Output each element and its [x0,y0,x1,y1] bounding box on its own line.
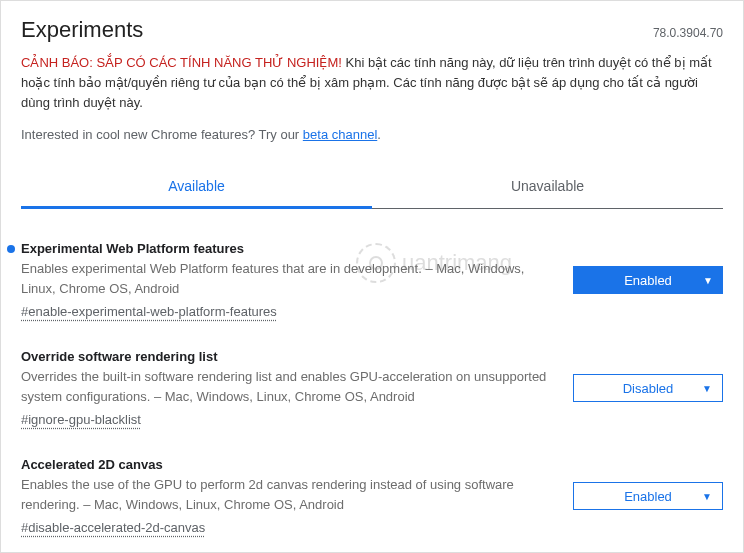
flag-hash-link[interactable]: #enable-experimental-web-platform-featur… [21,304,277,319]
flag-title: Experimental Web Platform features [21,241,557,256]
flag-item: Accelerated 2D canvas Enables the use of… [21,457,723,553]
warning-bold: CẢNH BÁO: SẮP CÓ CÁC TÍNH NĂNG THỬ NGHIỆ… [21,55,342,70]
flag-state-label: Enabled [624,273,672,288]
chevron-down-icon: ▼ [703,275,713,286]
flags-list: Experimental Web Platform features Enabl… [21,241,723,553]
chevron-down-icon: ▼ [702,491,712,502]
flag-item: Experimental Web Platform features Enabl… [21,241,723,349]
flag-description: Enables the use of the GPU to perform 2d… [21,475,557,514]
page-title: Experiments [21,17,143,43]
interested-suffix: . [377,127,381,142]
chevron-down-icon: ▼ [702,383,712,394]
flag-control: Enabled ▼ [573,266,723,294]
warning-text: CẢNH BÁO: SẮP CÓ CÁC TÍNH NĂNG THỬ NGHIỆ… [21,53,723,113]
interested-text: Interested in cool new Chrome features? … [21,127,723,142]
flag-state-select[interactable]: Enabled ▼ [573,482,723,510]
flag-control: Disabled ▼ [573,374,723,402]
interested-prefix: Interested in cool new Chrome features? … [21,127,303,142]
flag-main: Experimental Web Platform features Enabl… [21,241,557,319]
flag-hash-link[interactable]: #ignore-gpu-blacklist [21,412,141,427]
modified-bullet-icon [7,245,15,253]
tab-unavailable[interactable]: Unavailable [372,168,723,208]
version-text: 78.0.3904.70 [653,26,723,40]
flag-state-label: Disabled [623,381,674,396]
flag-item: Override software rendering list Overrid… [21,349,723,457]
flag-state-select[interactable]: Enabled ▼ [573,266,723,294]
beta-channel-link[interactable]: beta channel [303,127,377,142]
flag-description: Enables experimental Web Platform featur… [21,259,557,298]
flag-state-select[interactable]: Disabled ▼ [573,374,723,402]
flag-state-label: Enabled [624,489,672,504]
tabs: Available Unavailable [21,168,723,209]
flag-control: Enabled ▼ [573,482,723,510]
header: Experiments 78.0.3904.70 [21,17,723,43]
flag-hash-link[interactable]: #disable-accelerated-2d-canvas [21,520,205,535]
tab-available[interactable]: Available [21,168,372,208]
flag-title: Override software rendering list [21,349,557,364]
flag-description: Overrides the built-in software renderin… [21,367,557,406]
flag-title: Accelerated 2D canvas [21,457,557,472]
flag-main: Override software rendering list Overrid… [21,349,557,427]
flag-main: Accelerated 2D canvas Enables the use of… [21,457,557,535]
